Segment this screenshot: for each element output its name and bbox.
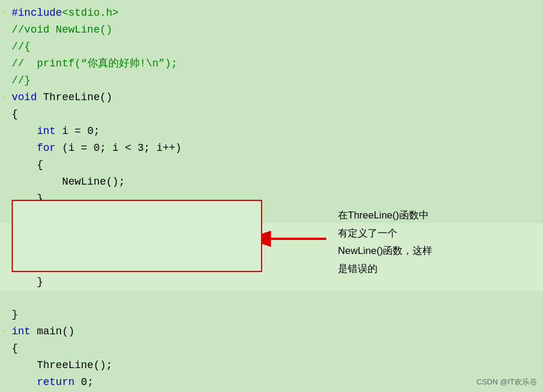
kw-void-1: void <box>12 91 37 103</box>
code-line-5: //} <box>0 72 543 89</box>
line-content-7: { <box>9 107 543 122</box>
line-content-11: NewLine(); <box>9 174 543 190</box>
line-content-21: ThreeLine(); <box>9 358 543 373</box>
code-line-18: } <box>0 306 543 323</box>
annotation-red-box <box>12 200 262 272</box>
line-content-2: //void NewLine() <box>9 22 543 38</box>
line-content-4: // printf(“你真的好帅!\n”); <box>9 56 543 72</box>
line-content-19: int main() <box>9 324 543 340</box>
line-content-10: { <box>9 157 543 173</box>
kw-int-main: int <box>12 326 30 337</box>
line-content-8: int i = 0; <box>9 123 543 139</box>
func-threeline: ThreeLine() <box>37 91 112 103</box>
code-editor: - #include<stdio.h> //void NewLine() //{… <box>0 0 543 392</box>
kw-for: for <box>37 142 55 154</box>
code-line-8: int i = 0; <box>0 123 543 140</box>
code-line-3: //{ <box>0 38 543 55</box>
code-line-10: { <box>0 157 543 174</box>
watermark: CSDN @IT欢乐谷 <box>477 377 537 387</box>
line-content-9: for (i = 0; i < 3; i++) <box>9 140 543 156</box>
code-line-21: ThreeLine(); <box>0 357 543 374</box>
code-line-20: { <box>0 340 543 357</box>
code-line-7: { <box>0 106 543 123</box>
include-header: <stdio.h> <box>62 7 118 19</box>
annotation-line1: 在ThreeLine()函数中 <box>338 207 513 225</box>
code-line-1: - #include<stdio.h> <box>0 5 543 22</box>
line-indicator-19: - <box>0 327 9 336</box>
line-content-1: #include<stdio.h> <box>9 5 543 21</box>
code-line-4: // printf(“你真的好帅!\n”); <box>0 55 543 72</box>
kw-return: return <box>37 376 75 388</box>
code-line-9: for (i = 0; i < 3; i++) <box>0 140 543 157</box>
code-line-22: return 0; <box>0 374 543 391</box>
line-indicator-1: - <box>0 9 9 17</box>
line-content-3: //{ <box>9 39 543 55</box>
annotation-line4: 是错误的 <box>338 260 513 278</box>
line-content-18: } <box>9 307 543 323</box>
line-content-22: return 0; <box>9 375 543 390</box>
line-content-5: //} <box>9 73 543 89</box>
code-line-6: - void ThreeLine() <box>0 89 543 106</box>
kw-int: int <box>37 125 55 137</box>
code-line-sep2 <box>0 291 543 306</box>
code-line-2: //void NewLine() <box>0 22 543 38</box>
code-line-19: - int main() <box>0 323 543 340</box>
line-content-20: { <box>9 341 543 356</box>
code-line-11: NewLine(); <box>0 174 543 190</box>
line-content-6: void ThreeLine() <box>9 90 543 105</box>
arrow-annotation <box>262 224 332 256</box>
line-indicator-6: - <box>0 93 9 102</box>
annotation-line3: NewLine()函数，这样 <box>338 242 513 260</box>
annotation-line2: 有定义了一个 <box>338 225 513 243</box>
keyword-include: #include <box>12 7 62 19</box>
annotation-description: 在ThreeLine()函数中 有定义了一个 NewLine()函数，这样 是错… <box>338 207 513 278</box>
